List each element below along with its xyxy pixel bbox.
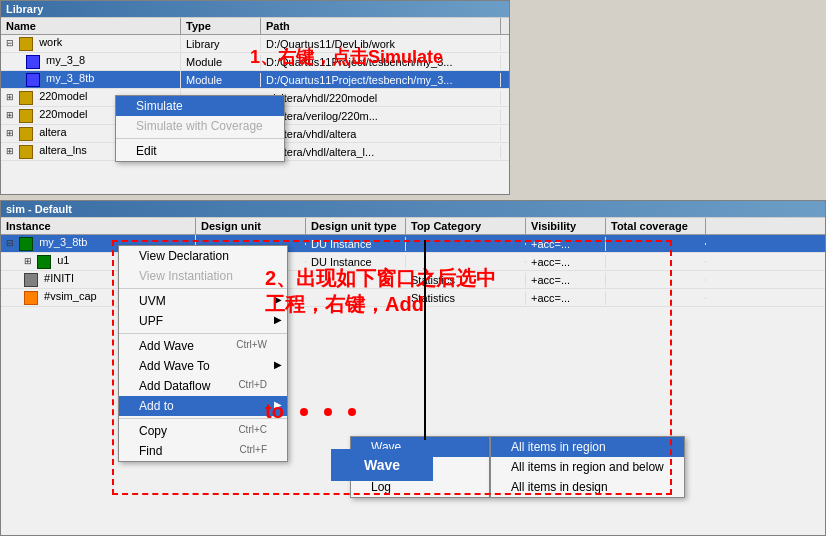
menu-item-edit[interactable]: Edit [116, 141, 284, 161]
table-row[interactable]: my_3_8tb Module D:/Quartus11Project/tesb… [1, 71, 509, 89]
menu-item-upf[interactable]: UPF ▶ [119, 311, 287, 331]
menu-item-add-wave[interactable]: Add Wave Ctrl+W [119, 336, 287, 356]
row-topcat: Statistics [406, 291, 526, 305]
row-path: D:/Quartus11Project/tesbench/my_3... [261, 73, 501, 87]
expand-btn[interactable]: ⊟ [6, 38, 14, 48]
menu-item-all-in-region[interactable]: All items in region [491, 437, 684, 457]
menu-item-view-decl[interactable]: View Declaration [119, 246, 287, 266]
menu-item-simulate-coverage: Simulate with Coverage [116, 116, 284, 136]
menu-separator [119, 288, 287, 289]
library-title: Library [6, 3, 43, 15]
submenu-arrow-add-to: ▶ [274, 399, 282, 410]
library-icon [19, 91, 33, 105]
header-total: Total coverage [606, 218, 706, 234]
row-topcat [406, 243, 526, 245]
sim-icon [24, 273, 38, 287]
row-instance: #vsim_cap [44, 290, 97, 302]
row-name: my_3_8 [46, 54, 85, 66]
menu-item-find[interactable]: Find Ctrl+F [119, 441, 287, 461]
submenu-arrow-uvm: ▶ [274, 294, 282, 305]
row-name: work [39, 36, 62, 48]
expand-btn[interactable]: ⊞ [6, 128, 14, 138]
row-instance: u1 [57, 254, 69, 266]
row-vis: +acc=... [526, 273, 606, 287]
context-menu-add: View Declaration View Instantiation UVM … [118, 245, 288, 462]
menu-item-copy[interactable]: Copy Ctrl+C [119, 421, 287, 441]
expand-btn[interactable]: ⊞ [6, 146, 14, 156]
row-type: Library [181, 37, 261, 51]
header-type: Design unit type [306, 218, 406, 234]
row-vis: +acc=... [526, 291, 606, 305]
header-path: Path [261, 18, 501, 34]
row-type [306, 279, 406, 281]
row-total [606, 297, 706, 299]
shortcut-copy: Ctrl+C [238, 424, 267, 435]
library-titlebar: Library [1, 1, 509, 17]
header-name: Name [1, 18, 181, 34]
row-total [606, 261, 706, 263]
menu-separator [119, 333, 287, 334]
header-visibility: Visibility [526, 218, 606, 234]
row-name: 220model [39, 108, 87, 120]
row-name: my_3_8tb [46, 72, 94, 84]
wave-label: Wave [364, 457, 400, 473]
submenu-all-items: All items in region All items in region … [490, 436, 685, 498]
shortcut-add-wave: Ctrl+W [236, 339, 267, 350]
module-icon [26, 55, 40, 69]
row-total [606, 279, 706, 281]
row-path: ../altera/vhdl/altera_l... [261, 145, 501, 159]
wave-label-box: Wave [331, 449, 433, 481]
row-topcat [406, 261, 526, 263]
sim-table-header: Instance Design unit Design unit type To… [1, 217, 825, 235]
row-name: altera_lns [39, 144, 87, 156]
row-name: 220model [39, 90, 87, 102]
expand-btn[interactable]: ⊞ [6, 110, 14, 120]
sim-icon [19, 237, 33, 251]
header-design: Design unit [196, 218, 306, 234]
row-path: ../altera/vhdl/220model [261, 91, 501, 105]
sim-icon [37, 255, 51, 269]
menu-item-uvm[interactable]: UVM ▶ [119, 291, 287, 311]
row-type: DU Instance [306, 237, 406, 251]
context-menu-simulate: Simulate Simulate with Coverage Edit [115, 95, 285, 162]
row-path: ../altera/verilog/220m... [261, 109, 501, 123]
menu-separator [119, 418, 287, 419]
shortcut-dataflow: Ctrl+D [238, 379, 267, 390]
sim-title: sim - Default [6, 203, 72, 215]
sim-titlebar: sim - Default [1, 201, 825, 217]
row-total [606, 243, 706, 245]
row-type: DU Instance [306, 255, 406, 269]
library-table-header: Name Type Path [1, 17, 509, 35]
menu-item-simulate[interactable]: Simulate [116, 96, 284, 116]
menu-item-all-in-region-below[interactable]: All items in region and below [491, 457, 684, 477]
expand-btn[interactable]: ⊞ [24, 256, 32, 266]
row-path: D:/Quartus11Project/tesbench/my_3... [261, 55, 501, 69]
menu-item-add-dataflow[interactable]: Add Dataflow Ctrl+D [119, 376, 287, 396]
library-icon [19, 109, 33, 123]
menu-item-add-wave-to[interactable]: Add Wave To ▶ [119, 356, 287, 376]
menu-item-view-inst: View Instantiation [119, 266, 287, 286]
row-path: D:/Quartus11/DevLib/work [261, 37, 501, 51]
row-vis: +acc=... [526, 237, 606, 251]
expand-btn[interactable]: ⊟ [6, 238, 14, 248]
row-path: ../altera/vhdl/altera [261, 127, 501, 141]
shortcut-find: Ctrl+F [240, 444, 268, 455]
header-instance: Instance [1, 218, 196, 234]
table-row[interactable]: my_3_8 Module D:/Quartus11Project/tesben… [1, 53, 509, 71]
row-type: Module [181, 73, 261, 87]
submenu-arrow-upf: ▶ [274, 314, 282, 325]
row-name: altera [39, 126, 67, 138]
expand-btn[interactable]: ⊞ [6, 92, 14, 102]
library-icon [19, 127, 33, 141]
table-row[interactable]: ⊟ work Library D:/Quartus11/DevLib/work [1, 35, 509, 53]
menu-item-all-in-design[interactable]: All items in design [491, 477, 684, 497]
header-type: Type [181, 18, 261, 34]
row-instance: #INITI [44, 272, 74, 284]
row-type [306, 297, 406, 299]
menu-separator [116, 138, 284, 139]
row-instance: my_3_8tb [39, 236, 87, 248]
library-icon [19, 145, 33, 159]
wave-icon [24, 291, 38, 305]
menu-item-add-to[interactable]: Add to ▶ [119, 396, 287, 416]
module-icon [26, 73, 40, 87]
